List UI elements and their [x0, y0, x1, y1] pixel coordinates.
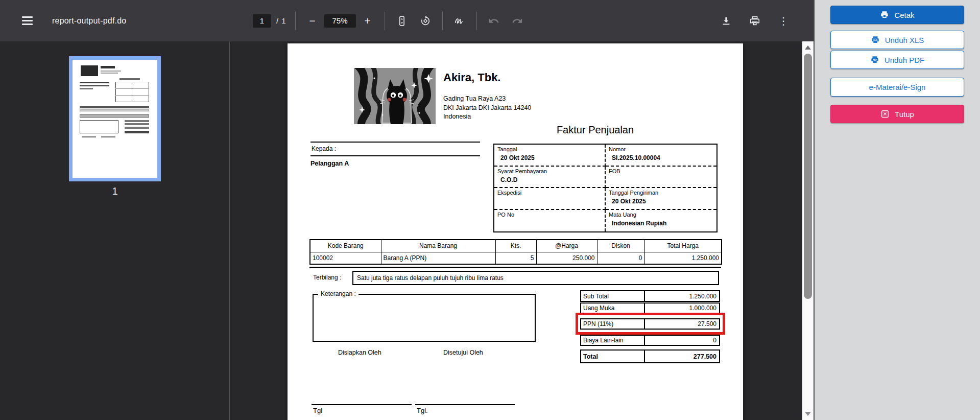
- undo-button[interactable]: [486, 13, 501, 29]
- scrollbar-thumb[interactable]: [804, 54, 812, 299]
- bill-to-block: Kepada : Pelanggan A: [310, 142, 480, 167]
- page-total: 1: [281, 16, 285, 25]
- print-button[interactable]: [747, 13, 762, 29]
- page-number-input[interactable]: [253, 14, 271, 28]
- toolbar-divider: [476, 12, 477, 30]
- notes-box: Keterangan :: [313, 294, 536, 342]
- zoom-out-button[interactable]: −: [305, 13, 320, 29]
- info-cell-pengiriman: Tanggal Pengiriman 20 Okt 2025: [606, 188, 716, 210]
- signature-line-right: [415, 404, 515, 405]
- download-icon: [721, 15, 732, 27]
- draw-squiggle-icon: [454, 15, 465, 27]
- signature-line-left: [312, 404, 412, 405]
- info-cell-tanggal: Tanggal 20 Okt 2025: [494, 145, 606, 167]
- total-row-biaya-lain: Biaya Lain-lain 0: [580, 335, 720, 346]
- action-panel: Cetak XLS Unduh XLS PDF Unduh PDF e-Mate…: [814, 0, 980, 420]
- item-total: 1.250.000: [644, 252, 722, 264]
- item-qty: 5: [495, 252, 536, 264]
- print-report-button[interactable]: Cetak: [830, 6, 964, 24]
- pdf-download-icon: PDF: [870, 55, 879, 64]
- bill-to-label: Kepada :: [310, 142, 480, 156]
- amount-in-words-label: Terbilang :: [313, 274, 341, 281]
- company-address: Gading Tua Raya A23 DKI Jakarta DKI Jaka…: [443, 95, 531, 122]
- info-cell-mata-uang: Mata Uang Indonesian Rupiah: [606, 210, 716, 232]
- download-pdf-button[interactable]: PDF Unduh PDF: [830, 51, 964, 69]
- amount-in-words-value: Satu juta tiga ratus delapan puluh tujuh…: [352, 271, 719, 285]
- company-block: Akira, Tbk. Gading Tua Raya A23 DKI Jaka…: [443, 71, 531, 122]
- redo-button[interactable]: [510, 13, 525, 29]
- close-label: Tutup: [895, 110, 914, 119]
- info-cell-fob: FOB: [606, 167, 716, 189]
- zoom-in-button[interactable]: +: [360, 13, 375, 29]
- address-line: Indonesia: [443, 112, 531, 122]
- xls-download-icon: XLS: [871, 35, 880, 44]
- zoom-level-display[interactable]: 75%: [324, 14, 356, 28]
- info-cell-syarat: Syarat Pembayaran C.O.D: [494, 167, 606, 189]
- info-cell-ekspedisi: Ekspedisi: [494, 188, 606, 210]
- page-separator: /: [276, 16, 278, 25]
- notes-label: Keterangan :: [318, 290, 358, 297]
- item-row: 100002 Barang A (PPN) 5 250.000 0 1.250.…: [310, 252, 722, 264]
- address-line: DKI Jakarta DKI Jakarta 14240: [443, 104, 531, 113]
- invoice-page: Akira, Tbk. Gading Tua Raya A23 DKI Jaka…: [288, 43, 743, 420]
- redo-icon: [512, 15, 523, 27]
- fit-page-icon: [396, 15, 408, 27]
- col-header: Kode Barang: [310, 240, 381, 252]
- invoice-info-box: Tanggal 20 Okt 2025 Nomor SI.2025.10.000…: [493, 144, 718, 232]
- toolbar-divider: [385, 12, 385, 30]
- annotate-button[interactable]: [452, 13, 467, 29]
- separator-line: [309, 267, 721, 268]
- company-name: Akira, Tbk.: [443, 71, 531, 84]
- col-header: Diskon: [597, 240, 644, 252]
- item-code: 100002: [310, 252, 381, 264]
- e-materai-label: e-Materai/e-Sign: [869, 83, 926, 91]
- fit-to-page-button[interactable]: [394, 13, 410, 29]
- menu-button[interactable]: [19, 13, 35, 29]
- rotate-icon: [420, 15, 431, 27]
- undo-icon: [488, 15, 499, 27]
- e-materai-button[interactable]: e-Materai/e-Sign: [830, 78, 964, 97]
- printer-icon: [880, 10, 889, 19]
- rotate-button[interactable]: [418, 13, 433, 29]
- thumbnail-panel: 1: [0, 41, 230, 420]
- date-label-right: Tgl.: [417, 407, 428, 414]
- pdf-toolbar: report-output-pdf.do / 1 − 75% +: [0, 0, 814, 41]
- total-row-subtotal: Sub Total 1.250.000: [580, 290, 720, 302]
- printer-icon: [749, 15, 760, 27]
- invoice-title: Faktur Penjualan: [540, 124, 650, 136]
- vertical-scrollbar[interactable]: [802, 41, 814, 420]
- item-price: 250.000: [536, 252, 597, 264]
- total-row-ppn: PPN (11%) 27.500: [580, 318, 720, 330]
- download-button[interactable]: [719, 13, 734, 29]
- scroll-down-arrow[interactable]: [805, 412, 811, 416]
- close-icon: [880, 109, 890, 119]
- col-header: Nama Barang: [381, 240, 495, 252]
- thumbnail-preview: [73, 60, 157, 178]
- toolbar-right: ⋮: [719, 0, 791, 41]
- prepared-by-label: Disiapkan Oleh: [338, 349, 381, 356]
- viewer-content: 1: [0, 41, 814, 420]
- total-row-grand-total: Total 277.500: [580, 349, 720, 363]
- more-options-button[interactable]: ⋮: [776, 13, 791, 29]
- items-header-row: Kode Barang Nama Barang Kts. @Harga Disk…: [310, 240, 722, 252]
- scroll-up-arrow[interactable]: [805, 45, 811, 50]
- toolbar-left: report-output-pdf.do: [19, 0, 126, 41]
- download-xls-label: Unduh XLS: [885, 36, 924, 44]
- toolbar-divider: [295, 12, 296, 30]
- kebab-menu-icon: ⋮: [778, 15, 788, 27]
- svg-text:PDF: PDF: [873, 59, 877, 61]
- download-xls-button[interactable]: XLS Unduh XLS: [830, 31, 964, 49]
- print-report-label: Cetak: [894, 11, 914, 19]
- page-thumbnail[interactable]: [69, 56, 161, 181]
- toolbar-center: / 1 − 75% +: [253, 0, 525, 41]
- pdf-report-viewer: report-output-pdf.do / 1 − 75% +: [0, 0, 980, 420]
- toolbar-divider: [442, 12, 443, 30]
- customer-name: Pelanggan A: [310, 160, 480, 167]
- hamburger-icon: [22, 16, 33, 25]
- info-cell-po: PO No: [494, 210, 606, 232]
- thumbnail-page-number: 1: [69, 185, 161, 197]
- close-button[interactable]: Tutup: [830, 105, 964, 123]
- col-header: Kts.: [495, 240, 536, 252]
- approved-by-label: Disetujui Oleh: [443, 349, 483, 356]
- svg-text:XLS: XLS: [873, 39, 877, 41]
